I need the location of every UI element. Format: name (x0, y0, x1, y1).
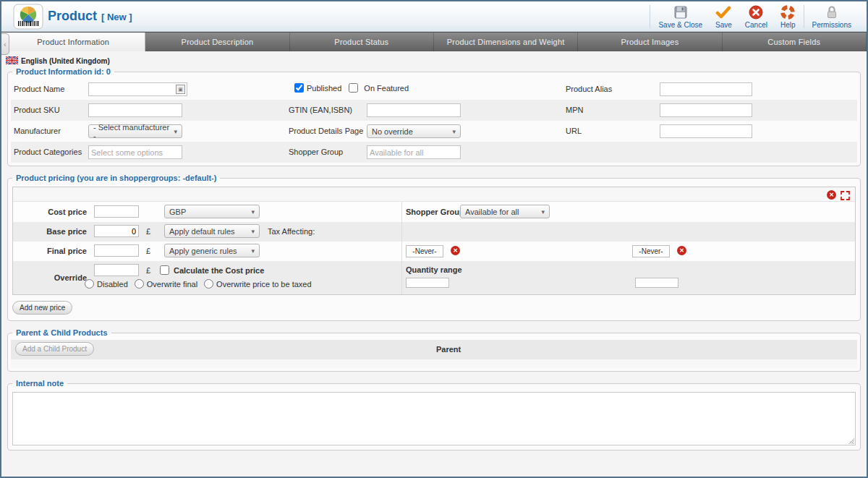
help-button[interactable]: Help (774, 2, 802, 31)
language-row: English (United Kingdom) (6, 56, 867, 66)
price-box: ✕ Cost price GBP (12, 187, 856, 295)
base-currency-symbol: £ (146, 227, 150, 236)
on-featured-checkbox[interactable] (349, 83, 358, 93)
language-label: English (United Kingdom) (21, 57, 110, 65)
final-currency-symbol: £ (146, 247, 150, 255)
quantity-max-input[interactable] (635, 278, 678, 288)
tab-bar: Product Information Product Description … (1, 32, 867, 51)
final-rule-select[interactable]: Apply generic rules (164, 244, 260, 257)
details-page-select[interactable]: No override (367, 124, 461, 138)
final-price-label: Final price (13, 247, 87, 255)
save-and-close-button[interactable]: Save & Close (652, 2, 709, 31)
tab-product-images[interactable]: Product Images (578, 33, 722, 51)
parent-child-empty-row (11, 359, 857, 368)
product-alias-input[interactable] (660, 82, 752, 96)
virtuemart-logo-icon (13, 4, 43, 33)
price-shopper-group-label: Shopper Group (406, 208, 464, 216)
override-currency-symbol: £ (146, 266, 150, 275)
save-button[interactable]: Save (709, 2, 739, 31)
save-close-label: Save & Close (658, 21, 702, 29)
add-child-product-button[interactable]: Add a Child Product (15, 342, 94, 356)
manufacturer-select[interactable]: - Select manufacturer - (88, 124, 182, 138)
mpn-input[interactable] (660, 103, 752, 117)
on-featured-label: On Featured (364, 84, 409, 93)
info-row: Product Name ▣ Published On Featured Pro… (11, 79, 857, 100)
date-start-input[interactable] (406, 245, 443, 257)
save-check-icon (715, 4, 731, 20)
sidebar-collapse-handle[interactable]: ‹ (1, 33, 9, 55)
publish-controls: Published On Featured (294, 83, 409, 93)
product-pricing-legend: Product pricing (you are in shoppergroup… (12, 174, 220, 182)
final-price-input[interactable] (94, 244, 139, 257)
cost-currency-select[interactable]: GBP (164, 205, 260, 218)
published-checkbox[interactable] (294, 83, 304, 93)
date-start-clear-icon[interactable]: ✕ (451, 246, 460, 255)
parent-child-row: Add a Child Product Parent (11, 340, 857, 359)
product-name-input[interactable] (88, 82, 187, 96)
categories-label: Product Categories (14, 148, 82, 156)
date-end-clear-icon[interactable]: ✕ (677, 246, 686, 255)
info-row: Product SKU GTIN (EAN,ISBN) MPN (11, 100, 857, 121)
internal-note-textarea[interactable] (12, 392, 856, 445)
url-input[interactable] (660, 124, 752, 138)
parent-child-legend: Parent & Child Products (12, 328, 111, 337)
override-taxed-radio[interactable] (204, 279, 213, 289)
product-information-legend: Product Information id: 0 (12, 67, 114, 76)
resize-grip-icon[interactable] (847, 437, 854, 444)
shopper-group-label: Shopper Group (289, 148, 343, 156)
permissions-label: Permissions (812, 21, 851, 29)
internal-note-fieldset: Internal note (7, 379, 861, 451)
product-information-fieldset: Product Information id: 0 Product Name ▣… (7, 67, 861, 166)
tab-product-dimensions[interactable]: Product Dimensions and Weight (434, 33, 578, 51)
internal-note-legend: Internal note (12, 379, 67, 388)
product-name-wrap: ▣ (88, 82, 187, 96)
override-label: Override (13, 273, 87, 282)
calc-cost-label: Calculate the Cost price (174, 266, 264, 275)
cost-price-input[interactable] (94, 205, 139, 218)
tab-custom-fields[interactable]: Custom Fields (723, 33, 867, 51)
price-head: ✕ (13, 187, 855, 202)
quantity-min-input[interactable] (406, 278, 449, 288)
cancel-label: Cancel (745, 21, 767, 29)
categories-input[interactable] (88, 145, 182, 159)
manufacturer-select-value: - Select manufacturer - (93, 123, 169, 140)
tab-product-status[interactable]: Product Status (290, 33, 434, 51)
override-final-radio[interactable] (135, 279, 144, 289)
parent-child-fieldset: Parent & Child Products Add a Child Prod… (7, 328, 861, 372)
shopper-group-input[interactable] (367, 145, 461, 159)
parent-column-label: Parent (436, 345, 461, 354)
price-row-final: Final price £ Apply generic rules ✕ ✕ (13, 242, 855, 261)
product-pricing-fieldset: Product pricing (you are in shoppergroup… (7, 174, 861, 321)
details-page-label: Product Details Page (289, 127, 363, 135)
product-sku-input[interactable] (88, 103, 182, 117)
virtuemart-product-page: Product[ New ] Save & Close (0, 0, 868, 478)
content: English (United Kingdom) Product Informa… (1, 51, 867, 477)
toolbar: Save & Close Save Cancel (648, 2, 858, 31)
override-input[interactable] (94, 264, 139, 276)
final-rule-value: Apply generic rules (169, 247, 237, 255)
cancel-button[interactable]: Cancel (739, 2, 774, 31)
gtin-input[interactable] (367, 103, 461, 117)
add-new-price-button[interactable]: Add new price (12, 301, 72, 315)
price-shopper-group-select[interactable]: Available for all (460, 205, 550, 218)
help-label: Help (780, 21, 796, 29)
url-label: URL (566, 127, 582, 135)
tab-product-information[interactable]: Product Information (1, 33, 145, 51)
price-row-base: Base price £ Apply default rules Tax Aff… (13, 222, 855, 242)
override-options: Disabled Overwrite final Overwrite price… (85, 279, 312, 289)
tax-affecting-label: Tax Affecting: (268, 227, 315, 236)
date-end-input[interactable] (632, 245, 670, 257)
translate-modal-icon[interactable]: ▣ (176, 85, 185, 94)
product-alias-label: Product Alias (566, 85, 612, 93)
calc-cost-checkbox[interactable] (160, 265, 169, 275)
delete-price-icon[interactable]: ✕ (827, 190, 836, 200)
permissions-button[interactable]: Permissions (806, 2, 858, 31)
tab-product-description[interactable]: Product Description (145, 33, 289, 51)
chevron-left-icon: ‹ (4, 40, 6, 48)
lock-icon (825, 4, 838, 20)
override-taxed-label: Overwrite price to be taxed (216, 280, 311, 289)
override-disabled-radio[interactable] (85, 279, 94, 289)
base-price-input[interactable] (94, 225, 139, 237)
internal-note-area (12, 392, 856, 445)
base-rule-select[interactable]: Apply default rules (164, 224, 260, 238)
